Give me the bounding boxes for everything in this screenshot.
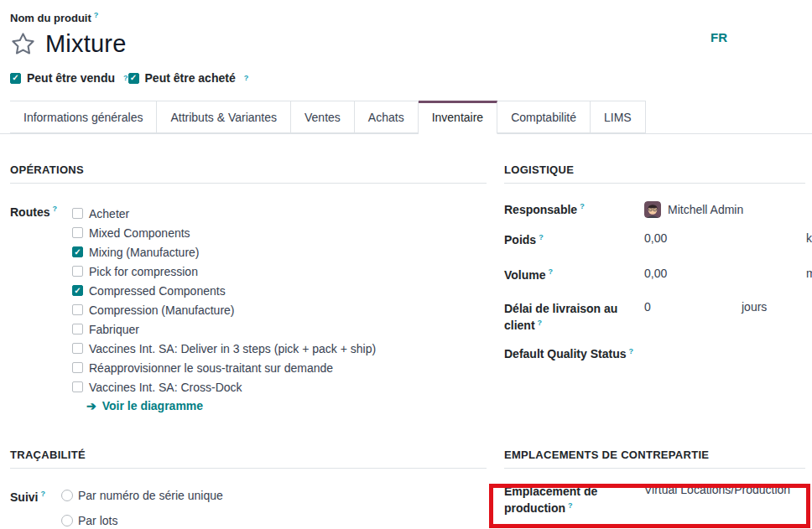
product-flag-checkbox[interactable]: Peut être vendu? <box>10 71 128 85</box>
checkbox-icon[interactable] <box>72 343 83 354</box>
routes-field: Routes? Acheter Mixed Components <box>10 204 487 397</box>
notebook-tabbar: Informations générales Attributs & Varia… <box>0 101 812 134</box>
checkbox-icon[interactable] <box>128 73 139 84</box>
customer-lead-time-unit: jours <box>742 300 767 314</box>
route-checkbox-item[interactable]: Fabriquer <box>72 319 376 339</box>
inventory-tab-content: OPÉRATIONS Routes? Acheter <box>0 134 812 527</box>
notebook-tab[interactable]: Informations générales <box>10 101 157 133</box>
tracking-radio-option[interactable]: Par lots <box>61 514 223 527</box>
notebook-tab[interactable]: Attributs & Variantes <box>157 101 291 133</box>
responsible-label: Responsable? <box>504 201 644 218</box>
tracking-option-label: Par lots <box>78 514 117 527</box>
tab-label: Achats <box>368 111 404 124</box>
help-icon: ? <box>52 205 57 213</box>
checkbox-icon[interactable] <box>72 324 83 335</box>
route-checkbox-item[interactable]: Compressed Components <box>72 281 376 300</box>
customer-lead-time-field: Délai de livraison au client? 0 jours <box>504 300 805 335</box>
checkbox-icon[interactable] <box>72 381 83 392</box>
checkbox-icon[interactable] <box>72 304 83 315</box>
help-icon: ? <box>580 202 585 210</box>
tab-label: Ventes <box>304 111 341 124</box>
section-divider <box>504 183 805 184</box>
route-label: Compression (Manufacture) <box>89 303 235 317</box>
sale-purchase-flags: Peut être vendu? Peut être acheté? <box>10 71 812 85</box>
checkbox-icon[interactable] <box>72 285 83 296</box>
tracking-label: Suivi? <box>10 489 61 527</box>
tracking-options: Par numéro de série unique Par lots <box>61 489 223 527</box>
routes-label: Routes? <box>10 204 72 397</box>
section-divider <box>10 183 487 184</box>
route-checkbox-item[interactable]: Vaccines Int. SA: Cross-Dock <box>72 377 376 397</box>
tab-label: Informations générales <box>23 111 143 124</box>
help-icon: ? <box>40 490 45 498</box>
route-label: Pick for compression <box>89 265 198 278</box>
view-diagram-label: Voir le diagramme <box>102 399 203 412</box>
tab-label: Comptabilité <box>511 111 576 124</box>
route-label: Vaccines Int. SA: Cross-Dock <box>89 381 242 394</box>
notebook-tab[interactable]: Inventaire <box>419 101 497 134</box>
tracking-option-label: Par numéro de série unique <box>78 489 223 502</box>
help-icon: ? <box>628 347 633 355</box>
production-location-label-text: Emplacement de production <box>504 485 597 515</box>
traceability-section: TRAÇABILITÉ Suivi? Par numéro de série u… <box>0 419 487 527</box>
tracking-radio-option[interactable]: Par numéro de série unique <box>61 489 223 502</box>
route-checkbox-item[interactable]: Pick for compression <box>72 262 376 281</box>
counterpart-locations-title: EMPLACEMENTS DE CONTREPARTIE <box>504 449 805 461</box>
production-location-field: Emplacement de production? Virtual Locat… <box>504 483 805 517</box>
view-diagram-link[interactable]: ➔ Voir le diagramme <box>86 399 487 412</box>
radio-icon[interactable] <box>61 490 73 501</box>
route-checkbox-item[interactable]: Réapprovisionner le sous-traitant sur de… <box>72 358 376 377</box>
notebook-tab[interactable]: Ventes <box>291 101 355 133</box>
help-icon: ? <box>549 267 554 276</box>
checkbox-icon[interactable] <box>72 246 83 257</box>
responsible-name: Mitchell Admin <box>668 203 743 216</box>
route-checkbox-item[interactable]: Mixing (Manufacture) <box>72 242 376 262</box>
weight-input[interactable]: 0,00 <box>644 231 667 245</box>
product-title[interactable]: Mixture <box>45 30 126 58</box>
language-badge[interactable]: FR <box>710 30 727 44</box>
section-divider <box>10 468 487 469</box>
route-label: Compressed Components <box>89 284 226 298</box>
checkbox-icon[interactable] <box>10 73 21 84</box>
checkbox-icon[interactable] <box>72 208 83 219</box>
route-checkbox-item[interactable]: Mixed Components <box>72 223 376 242</box>
tracking-field: Suivi? Par numéro de série unique Par lo… <box>10 489 487 527</box>
help-icon: ? <box>568 501 573 510</box>
routes-list: Acheter Mixed Components Mixing (Manufac… <box>72 204 376 397</box>
responsible-value[interactable]: Mitchell Admin <box>644 201 743 218</box>
help-icon: ? <box>539 233 544 241</box>
customer-lead-time-input[interactable]: 0 <box>644 300 651 314</box>
logistics-title: LOGISTIQUE <box>504 163 805 176</box>
default-quality-status-field: Default Quality Status? <box>504 345 805 362</box>
routes-list-wrap: Acheter Mixed Components Mixing (Manufac… <box>72 204 376 397</box>
checkbox-icon[interactable] <box>72 266 83 277</box>
volume-field: Volume? 0,00 m³ <box>504 267 805 283</box>
checkbox-icon[interactable] <box>72 362 83 373</box>
route-checkbox-item[interactable]: Acheter <box>72 204 376 223</box>
volume-label-text: Volume <box>504 268 546 282</box>
radio-icon[interactable] <box>61 515 73 526</box>
weight-label-text: Poids <box>504 233 536 246</box>
route-label: Fabriquer <box>89 323 139 336</box>
volume-input[interactable]: 0,00 <box>644 267 667 280</box>
flag-label: Peut être acheté <box>145 71 236 85</box>
product-flag-checkbox[interactable]: Peut être acheté? <box>128 71 249 85</box>
default-quality-status-label-text: Default Quality Status <box>504 347 626 360</box>
notebook-tab[interactable]: Comptabilité <box>497 101 591 133</box>
flag-label: Peut être vendu <box>27 71 115 85</box>
arrow-right-icon: ➔ <box>86 400 96 412</box>
favorite-star-icon[interactable] <box>10 31 36 57</box>
production-location-value[interactable]: Virtual Locations/Production <box>644 483 790 496</box>
route-checkbox-item[interactable]: Vaccines Int. SA: Deliver in 3 steps (pi… <box>72 339 376 358</box>
checkbox-icon[interactable] <box>72 227 83 238</box>
help-icon: ? <box>538 319 543 327</box>
responsible-label-text: Responsable <box>504 203 577 216</box>
route-checkbox-item[interactable]: Compression (Manufacture) <box>72 300 376 319</box>
operations-section: OPÉRATIONS Routes? Acheter <box>0 134 487 419</box>
route-label: Mixed Components <box>89 226 190 240</box>
notebook-tab[interactable]: LIMS <box>591 101 646 133</box>
route-label: Acheter <box>89 207 129 220</box>
tab-label: Inventaire <box>432 111 483 124</box>
operations-title: OPÉRATIONS <box>10 163 487 176</box>
notebook-tab[interactable]: Achats <box>355 101 419 133</box>
